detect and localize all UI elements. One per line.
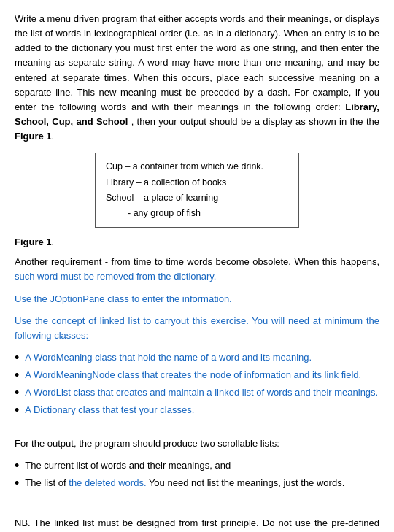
figure-entry-0: Cup – a container from which we drink. xyxy=(106,159,288,174)
output-intro: For the output, the program should produ… xyxy=(15,436,379,451)
intro-text-3: . xyxy=(52,131,55,142)
intro-text-2: , then your output should be a display a… xyxy=(131,116,363,127)
nb-paragraph: NB. The linked list must be designed fro… xyxy=(15,516,379,532)
requirement-paragraph: Another requirement - from time to time … xyxy=(15,255,379,284)
figure-entry-1: Library – a collection of books xyxy=(106,175,288,190)
output-item-0-text: The current list of words and their mean… xyxy=(25,458,231,473)
figure-label: Figure 1. xyxy=(15,236,379,247)
output-bullet-icon-1: • xyxy=(15,477,19,490)
bullet-icon-1: • xyxy=(15,369,19,382)
list-item-2: • A WordList class that creates and main… xyxy=(15,385,379,400)
list-item-3: • A Dictionary class that test your clas… xyxy=(15,403,379,417)
linked-list-text: Use the concept of linked list to carryo… xyxy=(15,315,379,341)
joption-paragraph: Use the JOptionPane class to enter the i… xyxy=(15,292,379,307)
figure-ref-inline: Figure 1 xyxy=(15,131,52,142)
list-item-1: • A WordMeaningNode class that creates t… xyxy=(15,368,379,382)
list-item-0-text: A WordMeaning class that hold the name o… xyxy=(25,350,312,365)
linked-list-intro: Use the concept of linked list to carryo… xyxy=(15,314,379,343)
figure-entry-2: School – a place of learning xyxy=(106,190,288,206)
intro-paragraph: Write a menu driven program that either … xyxy=(15,12,379,144)
bullet-list-classes: • A WordMeaning class that hold the name… xyxy=(15,350,379,418)
output-item-1: • The list of the deleted words. You nee… xyxy=(15,476,379,490)
output-bullet-list: • The current list of words and their me… xyxy=(15,458,379,490)
bullet-icon-0: • xyxy=(15,351,19,364)
bullet-icon-2: • xyxy=(15,386,19,399)
output-bullet-icon-0: • xyxy=(15,459,19,472)
output-item-0: • The current list of words and their me… xyxy=(15,458,379,473)
list-item-2-text: A WordList class that creates and mainta… xyxy=(25,385,378,400)
intro-text-1: Write a menu driven program that either … xyxy=(15,13,379,112)
output-item-1-text: The list of the deleted words. You need … xyxy=(25,476,344,490)
list-item-1-text: A WordMeaningNode class that creates the… xyxy=(25,368,361,382)
figure-entry-3: - any group of fish xyxy=(106,206,288,221)
figure-box: Cup – a container from which we drink. L… xyxy=(95,153,299,228)
such-word-highlight: such word must be removed from the dicti… xyxy=(15,271,217,282)
bullet-icon-3: • xyxy=(15,404,19,417)
list-item-3-text: A Dictionary class that test your classe… xyxy=(25,403,194,417)
list-item-0: • A WordMeaning class that hold the name… xyxy=(15,350,379,365)
joption-text: Use the JOptionPane class to enter the i… xyxy=(15,293,232,304)
